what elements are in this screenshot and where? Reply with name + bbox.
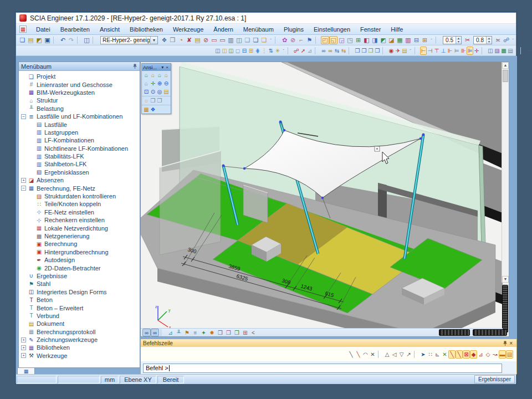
pin-icon[interactable] <box>132 64 137 69</box>
preview-icon[interactable]: ◫ <box>235 36 243 44</box>
doc-icon[interactable]: ❏ <box>243 36 252 44</box>
member-icon[interactable]: ⊢ <box>420 47 427 55</box>
view-window-icon[interactable]: ▦ <box>396 36 404 44</box>
tree-item[interactable]: ◉2D-Daten-Betrachter <box>19 264 140 272</box>
snap-arc-icon[interactable]: ◠ <box>362 350 369 359</box>
zoom-window-icon[interactable]: ⊡ <box>143 88 150 95</box>
scroll-left-icon[interactable]: < <box>249 330 257 336</box>
project-combo[interactable]: RE-Hyper2- geneig ▼ <box>100 36 158 44</box>
tree-item[interactable]: ⌂Struktur <box>19 96 140 104</box>
command-input[interactable]: Befehl > <box>143 364 502 373</box>
snap-grid-icon[interactable]: ∷ <box>427 350 434 359</box>
ergebnisspeicher-button[interactable]: Ergebnissper <box>474 375 515 383</box>
copy-icon[interactable]: ❐ <box>354 47 361 55</box>
view-window-icon[interactable]: ◲ <box>337 36 346 44</box>
tree-item[interactable]: ❑Projekt <box>19 73 140 80</box>
snap-tri-icon[interactable]: ▽ <box>398 350 405 359</box>
snap-intersect-icon[interactable]: ⊠ <box>463 350 470 359</box>
view-toolbar-header[interactable]: Ansi... ▾ × <box>142 64 171 71</box>
tree-item[interactable]: +◪Absenzen <box>19 176 140 184</box>
view-window-icon[interactable]: ◪ <box>387 36 396 44</box>
compare-icon[interactable]: ≍ <box>494 36 502 44</box>
menu-item[interactable]: Fenster <box>355 25 386 34</box>
menu-item[interactable]: Bearbeiten <box>55 25 95 34</box>
render-window-icon[interactable]: ❐ <box>150 97 156 104</box>
command-history-area[interactable]: ╲╲◠✕△◁▽↗➤∷⊾✕╲╲⊠◆⊿◇↝▬▤ <box>141 347 516 361</box>
view-window-icon[interactable]: ◨ <box>371 36 379 44</box>
scale-spinner[interactable]: 0.5 ▲▼ <box>443 36 462 44</box>
tree-item[interactable]: +⚒Werkzeuge <box>19 352 140 360</box>
swap-icon[interactable]: ⇆ <box>340 47 347 55</box>
tree-item[interactable]: ▤Lastfälle <box>19 120 140 128</box>
pair-icon[interactable]: ◫ <box>228 47 234 55</box>
pair-icon[interactable]: ◫ <box>214 47 221 55</box>
colorwheel-icon[interactable]: ✿ <box>280 36 289 44</box>
pair-icon[interactable]: ⊞ <box>248 47 254 55</box>
box-view-icon[interactable]: ❒ <box>216 329 224 336</box>
grid-red-icon[interactable]: ⊞ <box>241 329 249 336</box>
printer-icon[interactable]: ▥ <box>227 36 235 44</box>
link-icon[interactable]: ❖ <box>160 36 168 44</box>
close-icon[interactable]: × <box>508 340 514 346</box>
glasses-icon[interactable]: ∞ <box>327 47 334 55</box>
tree-item[interactable]: ∪Ergebnisse <box>19 272 140 280</box>
scroll-down-icon[interactable]: ▼ <box>502 276 509 283</box>
member-icon[interactable]: ⊩ <box>447 47 453 55</box>
render-window-icon[interactable]: ❐ <box>156 97 163 104</box>
menu-item[interactable]: Datei <box>31 25 55 34</box>
layers-icon[interactable]: ≡ <box>191 329 200 336</box>
box-view-icon[interactable]: ❒ <box>233 329 241 336</box>
tree-item[interactable]: ▥Lastgruppen <box>19 129 140 136</box>
pair-icon[interactable]: ⇅ <box>268 47 274 55</box>
pair-icon[interactable]: ◫ <box>221 47 228 55</box>
person-icon[interactable]: ☍ <box>502 36 510 44</box>
node-icon[interactable]: ✦ <box>200 329 208 336</box>
tree-item[interactable]: ▦BIM-Werkzeugkasten <box>19 89 140 96</box>
tree-item[interactable]: ▩Netzgenerierung <box>19 232 140 240</box>
zoom-in-icon[interactable]: ⊕ <box>156 80 163 87</box>
tree-item[interactable]: ⚑Stahl <box>19 280 140 288</box>
view-window-icon[interactable]: ◧ <box>362 36 371 44</box>
view-window-icon[interactable]: ◰ <box>321 36 329 44</box>
spinner-arrows[interactable]: ▲▼ <box>486 37 492 44</box>
box3d-icon[interactable]: ❒ <box>168 36 177 44</box>
tree-expander[interactable]: − <box>21 186 26 191</box>
view-window-icon[interactable]: ⊟ <box>412 36 421 44</box>
chevron-down-icon[interactable]: ▼ <box>150 37 157 44</box>
copy-icon[interactable]: ❐ <box>361 47 367 55</box>
folder-icon[interactable]: ▤ <box>401 47 408 55</box>
glasses-icon[interactable]: ∞ <box>320 47 327 55</box>
close-icon[interactable]: × <box>165 65 170 70</box>
tree-item[interactable]: ▤Dokument <box>19 320 140 328</box>
pair-icon[interactable]: ◻ <box>234 47 241 55</box>
new-icon[interactable]: ❏ <box>18 36 27 44</box>
pair-icon[interactable]: ⋕ <box>254 47 261 55</box>
view-window-icon[interactable]: ◱ <box>329 36 337 44</box>
grid-icon[interactable]: ◫ <box>487 47 494 55</box>
zoom-all-icon[interactable]: ✛ <box>150 80 156 87</box>
menu-item[interactable]: Ansicht <box>95 25 125 34</box>
layout1-icon[interactable]: ▭ <box>210 36 218 44</box>
import-icon[interactable]: ◩ <box>35 36 43 44</box>
snap-ortho-icon[interactable]: ◆ <box>470 350 477 359</box>
support-icon[interactable]: ╨ <box>175 329 183 336</box>
chevron-down-icon[interactable]: ▾ <box>160 65 165 70</box>
globe-icon[interactable]: ◔ <box>177 36 185 44</box>
tree-expander[interactable]: + <box>21 353 26 358</box>
tree-item[interactable]: ▦Lokale Netzverdichtung <box>19 224 140 232</box>
view-window-icon[interactable]: ⊞ <box>354 36 362 44</box>
copy-icon[interactable]: ❐ <box>374 47 381 55</box>
snap-angle-icon[interactable]: ⊾ <box>434 350 441 359</box>
render-mode-icon[interactable]: ∞ <box>142 329 151 336</box>
window-layout-icon[interactable]: ◫ <box>83 36 91 44</box>
plane-icon[interactable]: ✈ <box>395 47 401 55</box>
view-3d-icon[interactable]: ❖ <box>150 106 156 113</box>
tree-item[interactable]: TBeton – Erweitert <box>19 304 140 311</box>
tree-item[interactable]: −▦Berechnung, FE-Netz <box>19 184 140 192</box>
light-bulb-icon[interactable]: ☼ <box>143 97 150 104</box>
pair-icon[interactable]: ⊟ <box>241 47 248 55</box>
tree-item[interactable]: #Linienraster und Geschosse <box>19 80 140 88</box>
member-icon[interactable]: ⊣ <box>427 47 433 55</box>
view-axo-icon[interactable]: ⌂ <box>156 71 163 79</box>
menu-item[interactable]: Plugins <box>279 25 309 34</box>
